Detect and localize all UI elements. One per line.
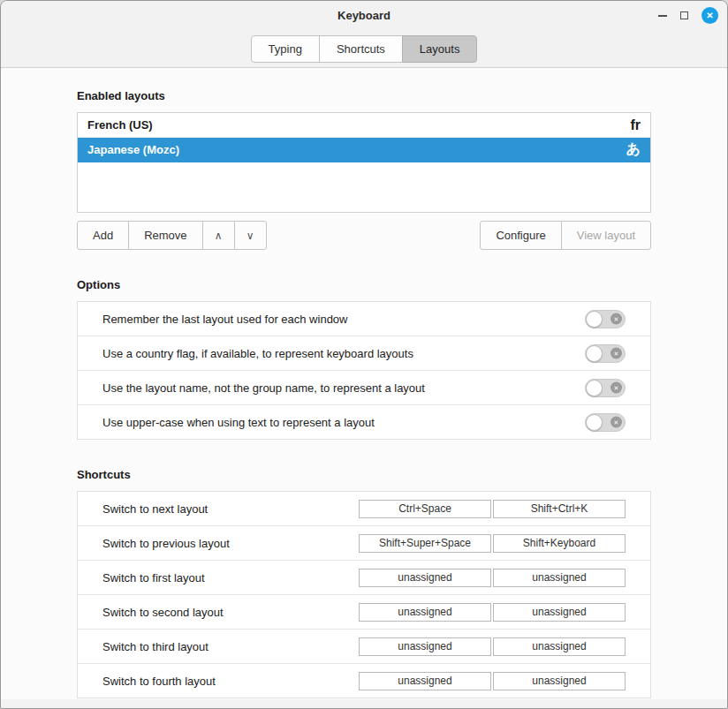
layouts-panel: Enabled layouts French (US) fr Japanese … xyxy=(1,68,727,699)
option-row-country-flag: Use a country flag, if available, to rep… xyxy=(78,336,650,371)
shortcut-row-first-layout: Switch to first layout unassigned unassi… xyxy=(78,561,650,595)
option-row-layout-name: Use the layout name, not the group name,… xyxy=(78,371,650,405)
toggle-country-flag[interactable]: ✕ xyxy=(585,344,626,363)
option-label: Use the layout name, not the group name,… xyxy=(102,381,425,395)
shortcuts-heading: Shortcuts xyxy=(77,468,651,481)
tab-group: Typing Shortcuts Layouts xyxy=(251,35,478,63)
move-layout-down-button[interactable]: ∨ xyxy=(234,221,267,250)
shortcut-label: Switch to fourth layout xyxy=(102,675,216,688)
shortcuts-list: Switch to next layout Ctrl+Space Shift+C… xyxy=(77,491,651,698)
layout-item-french[interactable]: French (US) fr xyxy=(78,113,650,138)
shortcut-label: Switch to third layout xyxy=(102,640,209,653)
keybinding-button[interactable]: Ctrl+Space xyxy=(359,500,491,518)
shortcuts-section: Shortcuts Switch to next layout Ctrl+Spa… xyxy=(77,468,651,698)
chevron-down-icon: ∨ xyxy=(246,230,254,242)
view-layout-button[interactable]: View layout xyxy=(561,221,651,250)
keybinding-button[interactable]: Shift+Ctrl+K xyxy=(493,500,626,518)
close-icon: ✕ xyxy=(701,7,718,24)
toggle-off-icon: ✕ xyxy=(610,348,622,359)
toggle-knob xyxy=(586,380,603,396)
layout-indicator-fr: fr xyxy=(630,117,641,133)
keybinding-button[interactable]: Shift+Keyboard xyxy=(493,534,626,553)
titlebar: Keyboard ✕ xyxy=(1,1,727,30)
close-button[interactable]: ✕ xyxy=(701,7,718,24)
enabled-layouts-list: French (US) fr Japanese (Mozc) あ xyxy=(77,112,651,213)
shortcut-row-fourth-layout: Switch to fourth layout unassigned unass… xyxy=(78,664,650,698)
layout-item-japanese[interactable]: Japanese (Mozc) あ xyxy=(78,138,650,162)
keybinding-button[interactable]: unassigned xyxy=(359,603,491,622)
toggle-off-icon: ✕ xyxy=(610,417,622,428)
option-label: Use a country flag, if available, to rep… xyxy=(102,347,413,360)
keybinding-button[interactable]: unassigned xyxy=(359,569,491,587)
keybinding-button[interactable]: unassigned xyxy=(493,637,626,656)
options-section: Options Remember the last layout used fo… xyxy=(77,278,651,440)
toggle-upper-case[interactable]: ✕ xyxy=(585,413,626,432)
shortcut-label: Switch to first layout xyxy=(102,571,205,585)
shortcut-bindings: unassigned unassigned xyxy=(359,637,626,656)
shortcut-row-third-layout: Switch to third layout unassigned unassi… xyxy=(78,630,650,664)
option-row-upper-case: Use upper-case when using text to repres… xyxy=(78,405,650,439)
toggle-knob xyxy=(586,414,603,431)
toggle-off-icon: ✕ xyxy=(610,382,622,394)
keybinding-button[interactable]: unassigned xyxy=(493,603,626,622)
keybinding-button[interactable]: unassigned xyxy=(493,569,626,587)
shortcut-label: Switch to previous layout xyxy=(102,537,230,550)
shortcut-row-previous-layout: Switch to previous layout Shift+Super+Sp… xyxy=(78,526,650,561)
shortcut-bindings: unassigned unassigned xyxy=(359,569,626,587)
toggle-off-icon: ✕ xyxy=(610,313,622,325)
chevron-up-icon: ∧ xyxy=(215,230,223,242)
option-label: Use upper-case when using text to repres… xyxy=(102,416,375,429)
maximize-icon xyxy=(680,11,688,19)
shortcut-row-next-layout: Switch to next layout Ctrl+Space Shift+C… xyxy=(78,492,650,526)
keyboard-settings-window: Keyboard ✕ Typing Shortcuts Layouts Enab… xyxy=(0,0,728,709)
layout-indicator-ja: あ xyxy=(626,140,641,159)
keybinding-button[interactable]: unassigned xyxy=(493,672,626,690)
shortcut-label: Switch to next layout xyxy=(102,502,208,516)
tab-bar: Typing Shortcuts Layouts xyxy=(1,30,727,68)
shortcut-bindings: Shift+Super+Space Shift+Keyboard xyxy=(359,534,626,553)
window-title: Keyboard xyxy=(337,9,391,22)
layout-name: French (US) xyxy=(87,118,153,132)
tab-shortcuts[interactable]: Shortcuts xyxy=(319,35,403,63)
remove-layout-button[interactable]: Remove xyxy=(128,221,202,250)
layout-list-actions: Add Remove ∧ ∨ Configure View layout xyxy=(77,221,651,250)
option-row-remember-layout: Remember the last layout used for each w… xyxy=(78,302,650,336)
keybinding-button[interactable]: unassigned xyxy=(359,672,491,690)
layout-view-button-group: Configure View layout xyxy=(480,221,651,250)
window-controls: ✕ xyxy=(658,1,718,30)
toggle-knob xyxy=(586,345,603,362)
shortcut-bindings: unassigned unassigned xyxy=(359,603,626,622)
toggle-layout-name[interactable]: ✕ xyxy=(585,379,626,397)
minimize-icon xyxy=(658,15,667,17)
toggle-remember-layout[interactable]: ✕ xyxy=(585,310,626,328)
toggle-knob xyxy=(586,311,603,328)
shortcut-label: Switch to second layout xyxy=(102,606,224,619)
shortcut-bindings: unassigned unassigned xyxy=(359,672,626,690)
options-heading: Options xyxy=(77,278,651,291)
layout-name: Japanese (Mozc) xyxy=(87,143,179,156)
layout-edit-button-group: Add Remove ∧ ∨ xyxy=(77,221,267,250)
actions-spacer xyxy=(267,221,481,250)
keybinding-button[interactable]: Shift+Super+Space xyxy=(359,534,491,553)
keybinding-button[interactable]: unassigned xyxy=(359,637,491,656)
maximize-button[interactable] xyxy=(680,11,688,19)
minimize-button[interactable] xyxy=(658,15,667,17)
shortcut-bindings: Ctrl+Space Shift+Ctrl+K xyxy=(359,500,626,518)
tab-layouts[interactable]: Layouts xyxy=(402,35,478,63)
tab-typing[interactable]: Typing xyxy=(251,35,320,63)
enabled-layouts-heading: Enabled layouts xyxy=(77,89,651,102)
add-layout-button[interactable]: Add xyxy=(77,221,129,250)
option-label: Remember the last layout used for each w… xyxy=(102,313,347,326)
configure-layout-button[interactable]: Configure xyxy=(480,221,561,250)
shortcut-row-second-layout: Switch to second layout unassigned unass… xyxy=(78,595,650,630)
options-list: Remember the last layout used for each w… xyxy=(77,301,651,440)
move-layout-up-button[interactable]: ∧ xyxy=(202,221,235,250)
